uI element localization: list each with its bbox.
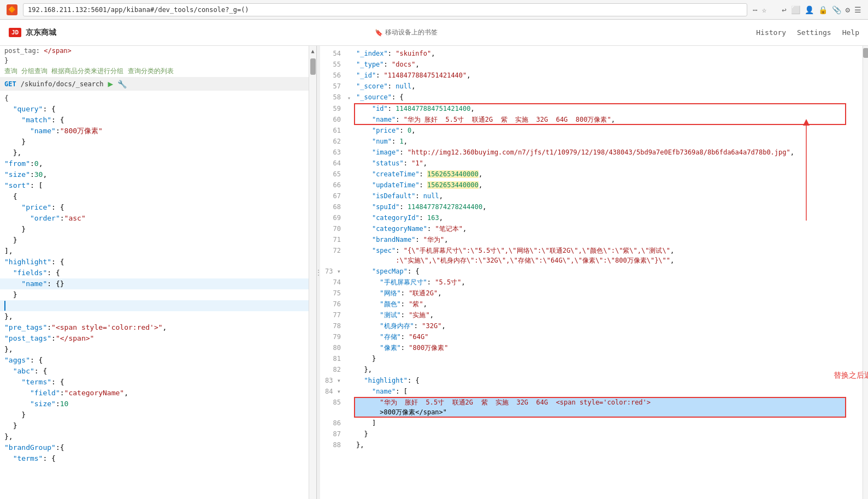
line-59: 59 "id": 1148477884751421400, xyxy=(320,103,868,114)
code-aggs: "aggs": { xyxy=(0,355,309,366)
code-abc-close: } xyxy=(0,420,309,431)
code-price: "price": { xyxy=(0,202,309,213)
line-62: 62 "num": 1, xyxy=(320,136,868,147)
line-86: 86 ] xyxy=(320,418,868,429)
line-60: 60 "name": "华为 胀奸 5.5寸 联通2G 紫 实施 32G 64G… xyxy=(320,114,868,125)
code-abc: "abc": { xyxy=(0,366,309,377)
browser-favicon: 🔶 xyxy=(7,4,17,15)
http-method: GET xyxy=(4,80,16,88)
code-cursor-line[interactable] xyxy=(0,300,309,311)
line-55: 55 "_type": "docs", xyxy=(320,59,868,70)
bookmark-icon: 🔖 xyxy=(375,29,383,37)
line-80: 80 "像素": "800万像素" xyxy=(320,342,868,353)
code-terms2: "terms": { xyxy=(0,453,309,464)
line-54: 54 "_index": "skuinfo", xyxy=(320,48,868,59)
code-sort-close: ], xyxy=(0,246,309,257)
right-panel-content[interactable]: 54 "_index": "skuinfo", 55 "_type": "doc… xyxy=(320,46,868,499)
code-sort-obj-open: { xyxy=(0,191,309,202)
line-71: 71 "brandName": "华为", xyxy=(320,234,868,245)
code-size: "size": 30, xyxy=(0,169,309,180)
kibana-logo: JD 京东商城 xyxy=(9,28,56,38)
line-73: 73 ▾ "specMap": { xyxy=(320,266,868,277)
settings-icon[interactable]: 🔧 xyxy=(117,80,127,88)
left-scrollbar[interactable]: ▲ xyxy=(309,46,316,499)
method-line: GET /skuinfo/docs/_search ▶ 🔧 xyxy=(0,77,316,91)
line-85-container: 85 "华为 胀奸 5.5寸 联通2G 紫 实施 32G 64G <span s… xyxy=(320,397,868,418)
line-57: 57 "_score": null, xyxy=(320,81,868,92)
browser-bar: 🔶 192.168.211.132:5601/app/kibana#/dev_t… xyxy=(0,0,868,20)
endpoint-path: /skuinfo/docs/_search xyxy=(21,80,104,88)
history-link[interactable]: History xyxy=(756,28,786,37)
code-order: "order": "asc" xyxy=(0,213,309,224)
run-button[interactable]: ▶ xyxy=(108,79,113,89)
code-terms: "terms": { xyxy=(0,377,309,388)
settings-link[interactable]: Settings xyxy=(797,28,831,37)
top-partial-line1: post_tag: </span> xyxy=(0,46,316,56)
line-64: 64 "status": "1", xyxy=(320,158,868,169)
line-67: 67 "isDefault": null, xyxy=(320,191,868,201)
left-panel: post_tag: </span> } ▲ 查询 分组查询 根据商品分类来进行分… xyxy=(0,46,317,499)
code-query: "query": { xyxy=(0,104,309,115)
line-81: 81 } xyxy=(320,353,868,364)
code-sort: "sort": [ xyxy=(0,180,309,191)
code-fields: "fields": { xyxy=(0,268,309,278)
help-link[interactable]: Help xyxy=(842,28,859,37)
line-58: 58 ▾ "_source": { xyxy=(320,92,868,103)
kibana-topbar: JD 京东商城 🔖 移动设备上的书签 History Settings Help xyxy=(0,20,868,46)
line-77: 77 "测试": "实施", xyxy=(320,310,868,320)
code-price-close: } xyxy=(0,224,309,235)
line-78: 78 "机身内存": "32G", xyxy=(320,320,868,331)
line-65: 65 "createTime": 1562653440000, xyxy=(320,169,868,180)
right-scrollbar[interactable] xyxy=(863,46,868,499)
code-brandgroup: "brandGroup":{ xyxy=(0,442,309,453)
code-size2: "size": 10 xyxy=(0,399,309,409)
line-63: 63 "image": "http://img12.360buyimg.com/… xyxy=(320,147,868,158)
bookmark-label: 移动设备上的书签 xyxy=(385,28,438,37)
code-aggs-close: }, xyxy=(0,431,309,442)
code-field: "field": "categoryName", xyxy=(0,388,309,399)
line-74: 74 "手机屏幕尺寸": "5.5寸", xyxy=(320,277,868,288)
line-83: 83 ▾ "highlight": { xyxy=(320,375,868,386)
bookmark-area: 🔖 移动设备上的书签 xyxy=(375,28,438,37)
code-highlight: "highlight": { xyxy=(0,257,309,268)
line-82: 82 }, xyxy=(320,364,868,375)
top-partial-line2: } xyxy=(0,56,316,66)
line-76: 76 "颜色": "紫", xyxy=(320,299,868,310)
line-84: 84 ▾ "name": [ xyxy=(320,386,868,397)
line-72: 72 "spec": "{\"手机屏幕尺寸\":\"5.5寸\",\"网络\":… xyxy=(320,245,868,266)
code-post-tags: "post_tags": "</span>" xyxy=(0,333,309,344)
address-bar[interactable]: 192.168.211.132:5601/app/kibana#/dev_too… xyxy=(23,3,747,16)
line-56: 56 "_id": "1148477884751421440", xyxy=(320,70,868,81)
left-panel-content[interactable]: { "query": { "match": { "name": "800万像素"… xyxy=(0,91,316,499)
code-query-close: }, xyxy=(0,147,309,158)
code-name-val: "name": "800万像素" xyxy=(0,126,309,136)
code-pre-tags: "pre_tags": "<span style='color:red'>", xyxy=(0,322,309,333)
code-sort-obj-close: } xyxy=(0,235,309,246)
code-open-brace: { xyxy=(0,93,309,104)
code-fields-close: } xyxy=(0,289,309,300)
code-highlight2-close: }, xyxy=(0,344,309,355)
code-highlight-close: }, xyxy=(0,311,309,322)
line-79: 79 "存储": "64G" xyxy=(320,331,868,342)
url-text: 192.168.211.132:5601/app/kibana#/dev_too… xyxy=(28,6,249,14)
highlight-red-section: 59 "id": 1148477884751421400, 60 "name":… xyxy=(320,103,868,125)
line-87: 87 } xyxy=(320,429,868,439)
code-from: "from": 0, xyxy=(0,158,309,169)
browser-actions: ⋯ ☆ ↩ ⬜ 👤 🔒 📎 ⚙ ☰ xyxy=(753,5,861,14)
right-panel: 54 "_index": "skuinfo", 55 "_type": "doc… xyxy=(320,46,868,499)
line-69: 69 "categoryId": 163, xyxy=(320,212,868,223)
line-61: 61 "price": 0, xyxy=(320,125,868,136)
topbar-nav: History Settings Help xyxy=(756,28,859,37)
query-comment: 查询 分组查询 根据商品分类来进行分组 查询分类的列表 xyxy=(0,66,316,77)
brand-name: 京东商城 xyxy=(26,28,56,38)
line-70: 70 "categoryName": "笔记本", xyxy=(320,223,868,234)
code-terms-close: } xyxy=(0,409,309,420)
code-match-close: } xyxy=(0,136,309,147)
line-75: 75 "网络": "联通2G", xyxy=(320,288,868,299)
jd-brand-icon: JD xyxy=(9,28,21,37)
line-68: 68 "spuId": 1148477874278244400, xyxy=(320,201,868,212)
main-area: post_tag: </span> } ▲ 查询 分组查询 根据商品分类来进行分… xyxy=(0,46,868,499)
line-85: 85 "华为 胀奸 5.5寸 联通2G 紫 实施 32G 64G <span s… xyxy=(320,397,868,418)
code-match: "match": { xyxy=(0,115,309,126)
line-66: 66 "updateTime": 1562653440000, xyxy=(320,180,868,191)
